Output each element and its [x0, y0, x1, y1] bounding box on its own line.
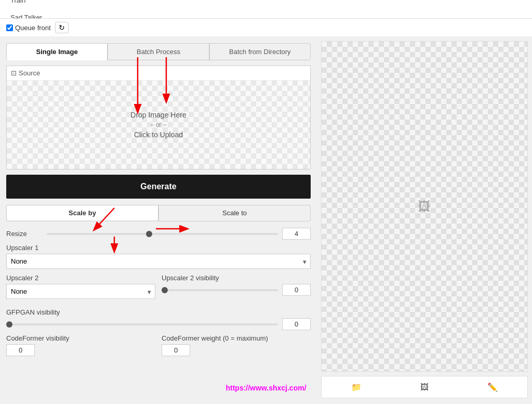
resize-value[interactable]: 4 [282, 228, 311, 240]
codeformer-row: CodeFormer visibility 0 CodeFormer weigh… [6, 334, 311, 356]
gfpgan-thumb[interactable] [6, 321, 12, 328]
gfpgan-row: 0 [6, 318, 311, 330]
mode-tab-single[interactable]: Single Image [6, 43, 108, 60]
nav-tab-train[interactable]: Train [4, 0, 74, 9]
folder-tool-button[interactable]: 📁 [324, 379, 390, 396]
codeformer-label: CodeFormer visibility [6, 334, 155, 342]
gfpgan-slider-wrap [6, 319, 278, 330]
upload-text: Click to Upload [134, 131, 183, 139]
generate-button[interactable]: Generate [6, 175, 311, 199]
codeformer-weight-label: CodeFormer weight (0 = maximum) [162, 334, 311, 342]
source-box: ⊡ Source Drop Image Here – or – Click to… [6, 66, 311, 170]
resize-slider-track [47, 233, 278, 235]
upscaler2-visibility-row: 0 [162, 284, 311, 296]
upscaler2-visibility-col: Upscaler 2 visibility 0 [162, 274, 311, 304]
upscaler2-label: Upscaler 2 [6, 274, 155, 282]
codeformer-weight-value[interactable]: 0 [162, 344, 190, 356]
upscaler2-select-wrap: NoneLanczosNearestESRGAN_4xR-ESRGAN 4x+B… [6, 284, 155, 299]
codeformer-value[interactable]: 0 [6, 344, 35, 356]
drop-text: Drop Image Here [130, 111, 186, 119]
upscaler2-col: Upscaler 2 NoneLanczosNearestESRGAN_4xR-… [6, 274, 155, 304]
gfpgan-label: GFPGAN visibility [6, 308, 311, 316]
upscaler2-visibility-value[interactable]: 0 [282, 284, 311, 296]
mode-tab-batch[interactable]: Batch Process [108, 43, 209, 60]
codeformer-visibility-col: CodeFormer visibility 0 [6, 334, 155, 356]
codeformer-weight-col: CodeFormer weight (0 = maximum) 0 [162, 334, 311, 356]
toolbar: Queue front ↻ [0, 19, 532, 37]
source-icon: ⊡ [11, 69, 17, 77]
upscaler2-visibility-thumb[interactable] [162, 287, 168, 293]
top-nav: Txt 2 ImgImg 2 ImgMov 2 MovExtrasPNG Inf… [0, 0, 532, 19]
nav-tab-sadtalker[interactable]: Sad Talker [4, 9, 74, 19]
scale-tab-scale_by[interactable]: Scale by [6, 205, 158, 221]
upscaler2-select[interactable]: NoneLanczosNearestESRGAN_4xR-ESRGAN 4x+B… [6, 284, 155, 299]
drop-or: – or – [151, 121, 167, 128]
upscaler1-select[interactable]: NoneLanczosNearestESRGAN_4xR-ESRGAN 4x+B… [6, 254, 311, 269]
upscaler2-visibility-label: Upscaler 2 visibility [162, 274, 311, 282]
right-panel: 🖼 📁🖼✏️ [317, 37, 532, 402]
scale-tab-scale_to[interactable]: Scale to [158, 205, 311, 221]
pencil-tool-button[interactable]: ✏️ [459, 379, 525, 396]
source-label: ⊡ Source [7, 66, 310, 81]
scale-tabs: Scale byScale to [6, 205, 311, 221]
gfpgan-value[interactable]: 0 [282, 318, 311, 330]
resize-row: Resize 4 [6, 228, 311, 240]
upscaler2-row: Upscaler 2 NoneLanczosNearestESRGAN_4xR-… [6, 274, 311, 304]
source-text: Source [19, 69, 40, 77]
mode-tabs: Single ImageBatch ProcessBatch from Dire… [6, 43, 311, 60]
queue-front-checkbox[interactable] [6, 24, 13, 31]
right-toolbar: 📁🖼✏️ [321, 376, 528, 398]
nav-tabs: Txt 2 ImgImg 2 ImgMov 2 MovExtrasPNG Inf… [4, 0, 74, 19]
refresh-button[interactable]: ↻ [55, 22, 69, 33]
resize-slider-thumb[interactable] [146, 231, 152, 237]
queue-front-text: Queue front [15, 24, 51, 32]
mode-tab-directory[interactable]: Batch from Directory [209, 43, 311, 60]
queue-front-label[interactable]: Queue front [6, 24, 51, 32]
drop-zone[interactable]: Drop Image Here – or – Click to Upload [7, 81, 310, 169]
gfpgan-track [6, 323, 278, 325]
preview-image-icon: 🖼 [418, 199, 431, 214]
watermark: https://www.shxcj.com/ [225, 384, 306, 392]
upscaler1-label: Upscaler 1 [6, 244, 311, 252]
resize-label: Resize [6, 230, 43, 238]
upscaler2-visibility-slider-wrap [162, 285, 278, 295]
left-panel: Single ImageBatch ProcessBatch from Dire… [0, 37, 317, 402]
upscaler2-visibility-track [162, 289, 278, 291]
main-content: Single ImageBatch ProcessBatch from Dire… [0, 37, 532, 402]
upscaler1-select-wrap: NoneLanczosNearestESRGAN_4xR-ESRGAN 4x+B… [6, 254, 311, 269]
image-tool-button[interactable]: 🖼 [392, 379, 458, 396]
resize-slider-wrap [47, 229, 278, 239]
image-preview: 🖼 [321, 41, 528, 372]
